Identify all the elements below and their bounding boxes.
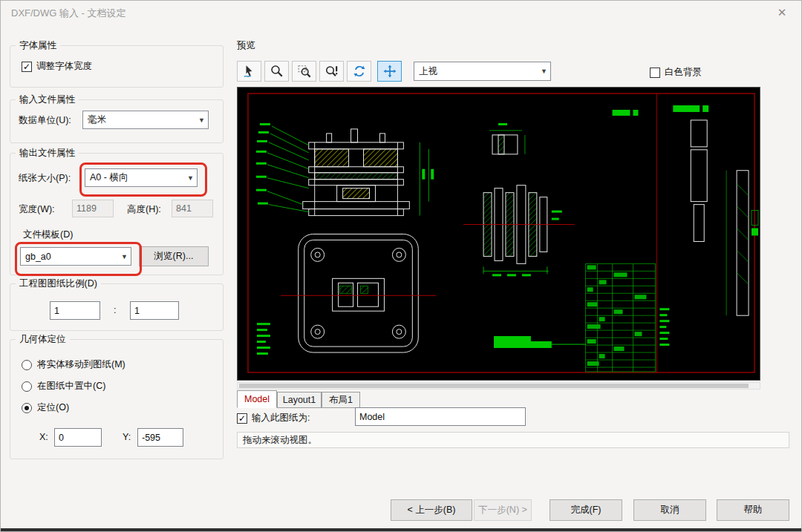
scrollbar-thumb[interactable] — [239, 384, 749, 388]
font-properties-title: 字体属性 — [16, 39, 60, 52]
radio-position-label: 定位(O) — [37, 401, 69, 414]
import-sheet-label: 输入此图纸为: — [252, 412, 310, 424]
cancel-button[interactable]: 取消 — [633, 499, 706, 521]
radio-position[interactable]: 定位(O) — [22, 401, 69, 414]
x-label: X: — [39, 432, 48, 442]
y-coordinate-field[interactable] — [137, 428, 183, 447]
refresh-button[interactable] — [347, 61, 371, 82]
paper-size-combobox[interactable]: A0 - 横向 ▼ — [85, 168, 198, 187]
output-file-group-title: 输出文件属性 — [16, 147, 79, 160]
white-background-label: 白色背景 — [665, 66, 702, 79]
chevron-down-icon: ▼ — [184, 174, 197, 182]
y-label: Y: — [123, 432, 131, 442]
radio-center-in-sheet[interactable]: 在图纸中置中(C) — [22, 380, 105, 393]
tab-layout1-cn[interactable]: 布局1 — [322, 392, 360, 408]
preview-horizontal-scrollbar[interactable] — [237, 382, 760, 390]
tab-layout1[interactable]: Layout1 — [277, 392, 322, 408]
refresh-icon — [353, 65, 366, 78]
radio-icon — [22, 360, 32, 370]
zoom-area-button[interactable] — [292, 61, 316, 82]
height-field — [172, 200, 213, 217]
geometry-positioning-title: 几何体定位 — [16, 333, 70, 346]
checkbox-checked-icon: ✓ — [237, 413, 247, 424]
width-field — [72, 200, 114, 217]
data-unit-combobox[interactable]: 毫米 ▼ — [82, 111, 209, 129]
radio-selected-icon — [22, 403, 32, 413]
zoom-fit-button[interactable] — [319, 61, 344, 82]
zoom-button[interactable] — [264, 61, 289, 82]
window-bottom-edge — [1, 528, 801, 531]
radio-move-entities[interactable]: 将实体移动到图纸(M) — [22, 358, 125, 371]
status-bar: 拖动来滚动视图。 — [237, 432, 789, 448]
zoom-area-icon — [298, 65, 311, 78]
file-template-value: gb_a0 — [21, 252, 118, 262]
zoom-fit-icon — [325, 65, 339, 78]
checkbox-unchecked-icon — [650, 68, 660, 78]
file-template-combobox[interactable]: gb_a0 ▼ — [20, 247, 131, 266]
preview-canvas[interactable] — [237, 87, 760, 381]
radio-move-entities-label: 将实体移动到图纸(M) — [37, 358, 125, 371]
adjust-font-width-label: 调整字体宽度 — [36, 60, 92, 73]
paper-size-label: 纸张大小(P): — [19, 172, 71, 185]
dxf-dwg-import-dialog: DXF/DWG 输入 - 文档设定 ✕ 字体属性 ✓ 调整字体宽度 输入文件属性… — [0, 0, 802, 532]
status-text: 拖动来滚动视图。 — [243, 434, 317, 447]
zoom-icon — [270, 65, 284, 78]
input-file-group-title: 输入文件属性 — [16, 93, 79, 106]
chevron-down-icon: ▼ — [118, 253, 131, 260]
height-label: 高度(H): — [127, 203, 161, 216]
file-template-label: 文件模板(D) — [23, 229, 73, 241]
x-coordinate-field[interactable] — [54, 428, 102, 447]
white-background-checkbox[interactable]: 白色背景 — [650, 66, 702, 79]
checkbox-checked-icon: ✓ — [22, 62, 32, 72]
window-title: DXF/DWG 输入 - 文档设定 — [11, 7, 126, 20]
radio-icon — [22, 381, 32, 392]
pan-button[interactable] — [377, 61, 402, 82]
data-unit-label: 数据单位(U): — [19, 114, 71, 127]
preview-title: 预览 — [237, 39, 255, 52]
close-icon[interactable]: ✕ — [773, 5, 791, 20]
view-orientation-combobox[interactable]: 上视 ▼ — [414, 62, 551, 81]
cad-drawing — [238, 88, 760, 380]
browse-button[interactable]: 浏览(R)... — [139, 246, 209, 266]
help-button[interactable]: 帮助 — [717, 499, 789, 521]
tab-model[interactable]: Model — [237, 390, 277, 408]
scale-colon: : — [114, 305, 116, 315]
select-sketch-icon — [243, 65, 256, 78]
next-button: 下一步(N) > — [474, 499, 532, 521]
adjust-font-width-checkbox[interactable]: ✓ 调整字体宽度 — [22, 60, 92, 73]
data-unit-value: 毫米 — [83, 114, 195, 126]
sheet-name-field[interactable] — [355, 407, 526, 426]
scale-numerator-field[interactable] — [50, 301, 100, 320]
import-sheet-checkbox[interactable]: ✓ 输入此图纸为: — [237, 412, 310, 424]
titlebar: DXF/DWG 输入 - 文档设定 ✕ — [1, 1, 801, 23]
sheet-scale-group — [10, 283, 224, 331]
sheet-scale-group-title: 工程图图纸比例(D) — [16, 278, 101, 290]
finish-button[interactable]: 完成(F) — [550, 499, 622, 521]
back-button[interactable]: < 上一步(B) — [391, 499, 472, 521]
select-sketch-button[interactable] — [237, 61, 261, 82]
paper-size-value: A0 - 横向 — [85, 171, 184, 184]
chevron-down-icon: ▼ — [195, 116, 208, 124]
width-label: 宽度(W): — [19, 203, 55, 216]
radio-center-in-sheet-label: 在图纸中置中(C) — [37, 380, 105, 393]
pan-icon — [383, 65, 397, 78]
view-orientation-value: 上视 — [414, 65, 538, 78]
chevron-down-icon: ▼ — [538, 68, 550, 75]
scale-denominator-field[interactable] — [130, 301, 179, 320]
